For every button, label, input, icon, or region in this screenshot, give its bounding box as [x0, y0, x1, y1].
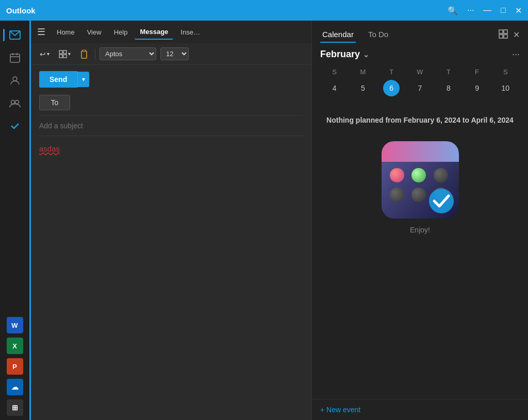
month-name: February — [320, 49, 360, 60]
format-button[interactable]: ▾ — [56, 48, 73, 60]
svg-rect-11 — [63, 55, 67, 58]
undo-icon: ↩ — [40, 50, 46, 58]
svg-rect-8 — [59, 51, 62, 54]
sidebar-item-groups[interactable] — [5, 93, 25, 113]
panel-close-icon[interactable]: ✕ — [513, 30, 520, 40]
new-event-row: + New event — [312, 399, 528, 420]
main-layout: W X P ☁ ⊞ ☰ Home View Help Message Inse…… — [0, 21, 528, 420]
tab-help[interactable]: Help — [109, 25, 133, 39]
grid-app-icon[interactable]: ⊞ — [7, 399, 23, 416]
toolbar: ↩ ▾ ▾ Aptos — [31, 43, 311, 65]
dot-dark-2 — [390, 188, 404, 202]
svg-point-6 — [11, 100, 14, 104]
tab-todo[interactable]: To Do — [366, 27, 390, 43]
onedrive-app-icon[interactable]: ☁ — [7, 379, 23, 395]
minimize-icon[interactable]: — — [483, 6, 491, 15]
send-button[interactable]: Send — [39, 71, 77, 88]
body-area[interactable]: asdas — [39, 141, 303, 414]
undo-dropdown-icon[interactable]: ▾ — [47, 51, 50, 57]
calendar-month-header: February ⌄ ··· — [320, 49, 520, 60]
svg-rect-12 — [81, 51, 87, 58]
dot-pink — [390, 168, 404, 182]
close-icon[interactable]: ✕ — [515, 6, 522, 15]
calendar-grid: S M T W T F S 4 5 6 7 8 9 10 — [320, 66, 520, 96]
tab-message[interactable]: Message — [135, 25, 173, 40]
svg-point-18 — [429, 189, 454, 213]
excel-app-icon[interactable]: X — [7, 338, 23, 354]
toolbar-separator — [95, 49, 95, 59]
nothing-planned-section: Nothing planned from February 6, 2024 to… — [312, 105, 528, 131]
compose-panel: ☰ Home View Help Message Inse… ↩ ▾ ▾ — [31, 21, 311, 420]
left-sidebar: W X P ☁ ⊞ — [0, 21, 31, 420]
svg-rect-9 — [63, 51, 67, 54]
tab-calendar[interactable]: Calendar — [320, 27, 356, 43]
svg-rect-17 — [504, 35, 507, 38]
to-row: To — [39, 95, 303, 116]
calendar-header-row: S M T W T F S — [320, 66, 520, 78]
cal-day-4[interactable]: 4 — [326, 80, 343, 96]
cal-header-sat: S — [491, 66, 520, 78]
clipboard-button[interactable] — [77, 48, 91, 60]
tab-insert[interactable]: Inse… — [175, 25, 205, 39]
cal-header-sun: S — [320, 66, 349, 78]
month-dropdown-icon[interactable]: ⌄ — [363, 51, 369, 59]
font-size-selector[interactable]: 12 — [160, 47, 189, 60]
subject-row — [39, 121, 303, 136]
cal-header-mon: M — [349, 66, 377, 78]
calendar-more-icon[interactable]: ··· — [512, 49, 520, 60]
cal-day-6-today[interactable]: 6 — [383, 80, 400, 96]
word-app-icon[interactable]: W — [7, 317, 23, 333]
app-title: Outlook — [6, 6, 36, 15]
cal-day-5[interactable]: 5 — [355, 80, 371, 96]
to-input[interactable] — [70, 98, 303, 107]
cal-day-10[interactable]: 10 — [497, 80, 514, 96]
cal-header-thu: T — [434, 66, 463, 78]
svg-point-7 — [15, 100, 19, 104]
sidebar-item-calendar[interactable] — [5, 47, 25, 68]
right-panel: Calendar To Do ✕ February ⌄ — [311, 21, 528, 420]
to-button[interactable]: To — [39, 95, 70, 110]
svg-rect-10 — [59, 55, 62, 58]
panel-expand-icon[interactable] — [499, 29, 508, 41]
enjoy-text: Enjoy! — [312, 226, 528, 234]
sidebar-item-tasks[interactable] — [5, 115, 25, 136]
font-selector[interactable]: Aptos — [100, 47, 156, 60]
sidebar-item-mail[interactable] — [5, 25, 25, 45]
body-text: asdas — [39, 144, 60, 153]
cal-app-top-bar — [382, 141, 459, 162]
cal-day-9[interactable]: 9 — [469, 80, 485, 96]
title-bar: Outlook 🔍 ··· — □ ✕ — [0, 0, 528, 21]
cal-header-wed: W — [406, 66, 434, 78]
dot-dark-1 — [434, 168, 448, 182]
svg-rect-16 — [499, 35, 503, 38]
more-icon[interactable]: ··· — [467, 6, 474, 15]
send-dropdown-button[interactable]: ▾ — [77, 72, 89, 87]
panel-header: Calendar To Do ✕ — [312, 21, 528, 43]
tab-view[interactable]: View — [82, 25, 107, 39]
format-dropdown-icon[interactable]: ▾ — [68, 51, 71, 57]
calendar-days-row: 4 5 6 7 8 9 10 — [320, 80, 520, 96]
svg-rect-14 — [499, 30, 503, 33]
powerpoint-app-icon[interactable]: P — [7, 358, 23, 375]
svg-rect-1 — [10, 54, 20, 62]
new-event-button[interactable]: + New event — [320, 406, 360, 414]
sidebar-item-contacts[interactable] — [5, 70, 25, 91]
maximize-icon[interactable]: □ — [501, 6, 506, 15]
svg-rect-15 — [504, 30, 507, 33]
compose-area: Send ▾ To asdas — [31, 65, 311, 420]
cal-day-7[interactable]: 7 — [411, 80, 428, 96]
nav-tabs: ☰ Home View Help Message Inse… — [31, 21, 311, 43]
tab-home[interactable]: Home — [52, 25, 80, 39]
dot-dark-3 — [411, 188, 426, 202]
calendar-illustration — [312, 141, 528, 219]
dot-green — [411, 168, 426, 182]
cal-header-tue: T — [377, 66, 406, 78]
cal-header-fri: F — [463, 66, 491, 78]
search-icon[interactable]: 🔍 — [448, 6, 458, 15]
month-title: February ⌄ — [320, 49, 369, 60]
calendar-area: February ⌄ ··· S M T W T F S 4 5 — [312, 43, 528, 105]
subject-input[interactable] — [39, 122, 303, 130]
undo-button[interactable]: ↩ ▾ — [37, 48, 52, 60]
cal-day-8[interactable]: 8 — [440, 80, 457, 96]
hamburger-menu[interactable]: ☰ — [37, 26, 45, 38]
